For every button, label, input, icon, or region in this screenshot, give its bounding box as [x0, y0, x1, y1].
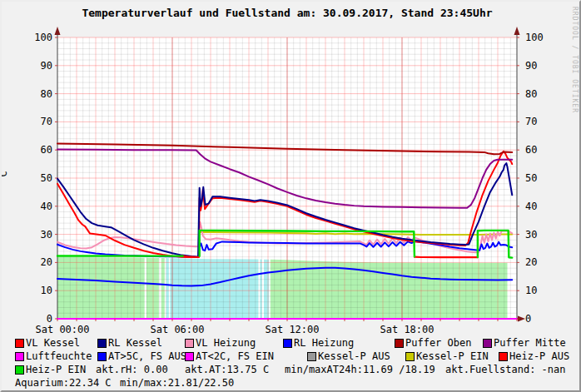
y-tick-label: 70 [41, 116, 52, 127]
legend-item-min-max-21-81-22-50: min/max:21.81/22.50 [120, 378, 234, 389]
legend-swatch-kessel-p-aus [307, 352, 316, 361]
legend-swatch-luftfeuchte [15, 352, 24, 361]
graph-title: Temperaturverlauf und Fuellstand am: 30.… [2, 7, 573, 19]
legend-swatch-heiz-p-aus [499, 352, 508, 361]
y-tick-label-right: 30 [525, 229, 537, 241]
legend-swatch-vl-heizung [185, 339, 194, 348]
y-tick-label-right: 90 [525, 60, 537, 72]
legend-item-vl-heizung: VL Heizung [196, 338, 256, 349]
y-tick-label: 10 [41, 285, 52, 296]
series-heiz-p-aus [183, 256, 199, 257]
legend-swatch-at-5c-fs-aus [97, 352, 107, 361]
y-tick-label-right: 70 [525, 116, 537, 127]
legend-swatch-puffer-mitte [483, 339, 492, 348]
y-tick-label: 100 [34, 32, 52, 43]
series-heiz-p-aus [415, 257, 478, 258]
legend-swatch-heiz-p-ein [15, 365, 24, 375]
y-tick-label-right: 100 [525, 32, 544, 43]
legend-item-rl-kessel: RL Kessel [108, 338, 162, 349]
y-tick-label: 50 [41, 172, 52, 184]
x-tick-label: Sat 00:00 [35, 324, 89, 335]
y-tick-label: 80 [41, 88, 52, 100]
y-tick-label-right: 10 [525, 285, 537, 296]
area-FS-state-cyan [170, 258, 258, 319]
legend-item-akt-at-13-75-c: akt.AT:13.75 C [185, 365, 269, 375]
legend-item-min-maxat24h-11-69-18-19: min/maxAT24h:11.69 /18.19 [285, 365, 435, 375]
legend-item-vl-kessel: VL Kessel [26, 338, 80, 349]
x-tick-label: Sat 18:00 [380, 324, 434, 335]
legend-item-rl-heizung: RL Heizung [294, 338, 354, 349]
y-tick-label-right: 20 [525, 256, 537, 268]
legend-swatch-kessel-p-ein [405, 352, 415, 361]
rrdtool-watermark: RRDTOOL / TOBI OETIKER [571, 7, 579, 113]
y-tick-label-right: 60 [525, 144, 537, 156]
y-axis-unit-label: C [0, 171, 9, 176]
y-tick-label-right: 40 [525, 201, 537, 212]
legend-item-kessel-p-ein: Kessel-P EIN [416, 351, 489, 362]
y-tick-label: 90 [41, 60, 52, 72]
legend-swatch-at-2c-fs-ein [185, 352, 194, 361]
y-tick-label: 30 [41, 229, 52, 241]
legend-item-puffer-oben: Puffer Oben [405, 338, 471, 349]
legend-swatch-puffer-oben [395, 339, 404, 348]
x-tick-label: Sat 12:00 [265, 324, 319, 335]
y-tick-label: 20 [41, 256, 52, 268]
legend-item-aquarium-22-34-c: Aquarium:22.34 C [15, 378, 112, 389]
legend-swatch-vl-kessel [15, 339, 24, 348]
legend-item-heiz-p-ein: Heiz-P EIN [26, 365, 86, 375]
legend-swatch-rl-heizung [283, 339, 292, 348]
y-tick-label: 0 [47, 313, 52, 325]
area-FS-state-green [161, 258, 165, 319]
y-tick-label-right: 50 [525, 172, 537, 184]
y-axis-arrow-right [514, 27, 520, 35]
y-tick-label-right: 0 [525, 313, 531, 325]
legend-item-akt-fuellstand-nan: akt.Fuellstand: -nan [445, 365, 566, 375]
area-FS-state-green [146, 258, 159, 319]
legend-item-puffer-mitte: Puffer Mitte [494, 338, 566, 349]
legend-item-at-5c-fs-aus: AT>5C, FS AUS [108, 351, 186, 362]
y-tick-label: 40 [41, 201, 52, 212]
y-tick-label-right: 80 [525, 88, 537, 100]
legend-swatch-rl-kessel [97, 339, 107, 348]
area-FS-state-cyan [166, 258, 169, 319]
legend-item-akt-rh-0-00: akt.rH: 0.00 [96, 365, 168, 375]
legend-item-heiz-p-aus: Heiz-P AUS [509, 351, 569, 362]
legend-item-at-2c-fs-ein: AT<2C, FS EIN [196, 351, 274, 362]
y-axis-arrow-left [55, 27, 61, 35]
chart-canvas: 0010102020303040405050606070708080909010… [2, 2, 581, 392]
rrd-graph: Temperaturverlauf und Fuellstand am: 30.… [0, 0, 581, 392]
x-tick-label: Sat 06:00 [150, 324, 204, 335]
legend-item-kessel-p-aus: Kessel-P AUS [318, 351, 390, 362]
y-tick-label: 60 [41, 144, 52, 156]
legend-item-luftfeuchte: Luftfeuchte [26, 351, 92, 362]
